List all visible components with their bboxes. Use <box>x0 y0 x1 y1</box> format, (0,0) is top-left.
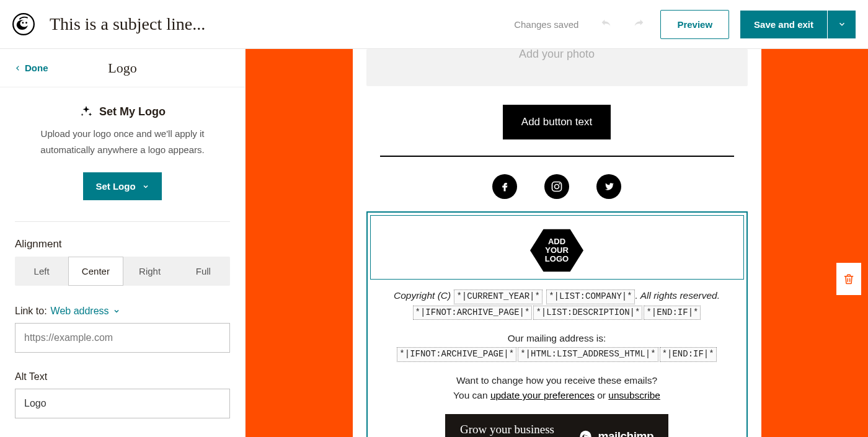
svg-point-4 <box>25 22 27 24</box>
main-layout: Done Logo Set My Logo Upload your logo o… <box>0 49 868 437</box>
svg-point-11 <box>585 435 585 436</box>
facebook-button[interactable] <box>492 174 517 199</box>
done-label: Done <box>25 63 48 73</box>
twitter-button[interactable] <box>596 174 621 199</box>
properties-sidebar: Done Logo Set My Logo Upload your logo o… <box>0 49 246 437</box>
align-left[interactable]: Left <box>15 257 68 286</box>
save-and-exit-button[interactable]: Save and exit <box>740 11 827 38</box>
footer-copyright[interactable]: Copyright (C) *|CURRENT_YEAR|* *|LIST:CO… <box>370 288 744 320</box>
mailing-label: Our mailing address is: <box>508 333 606 343</box>
divider <box>15 221 230 222</box>
svg-point-2 <box>20 20 29 27</box>
sidebar-header: Done Logo <box>0 49 245 87</box>
link-to-label: Link to: <box>15 306 47 317</box>
cta-button[interactable]: Add button text <box>503 105 611 139</box>
sparkle-icon <box>79 105 93 118</box>
or-text: or <box>595 390 608 400</box>
social-row <box>366 174 748 199</box>
merge-tag-company[interactable]: *|LIST:COMPANY|* <box>546 289 634 304</box>
redo-button[interactable] <box>628 14 649 35</box>
link-to-row: Link to: Web address <box>15 306 230 317</box>
horizontal-rule <box>380 156 734 157</box>
copyright-prefix: Copyright (C) <box>394 290 453 301</box>
footer-mailing[interactable]: Our mailing address is: *|IFNOT:ARCHIVE_… <box>370 331 744 362</box>
merge-tag-endif-2[interactable]: *|END:IF|* <box>660 347 717 362</box>
mailchimp-badge-icon <box>579 430 592 437</box>
save-button-group: Save and exit <box>740 11 856 38</box>
logo-placeholder[interactable]: ADDYOURLOGO <box>530 227 583 274</box>
chevron-down-icon <box>838 20 846 29</box>
link-type-dropdown[interactable]: Web address <box>51 306 120 317</box>
mailchimp-badge[interactable]: Grow your business with mailchimp <box>445 414 668 437</box>
undo-button[interactable] <box>596 14 617 35</box>
logo-block[interactable]: ADDYOURLOGO <box>370 215 744 280</box>
preview-button[interactable]: Preview <box>660 10 729 39</box>
undo-icon <box>600 17 613 31</box>
facebook-icon <box>499 181 510 192</box>
delete-block-button[interactable] <box>836 263 861 295</box>
svg-point-3 <box>22 22 24 24</box>
email-subject[interactable]: This is a subject line... <box>46 14 514 34</box>
footer-unsub[interactable]: Want to change how you receive these ema… <box>370 373 744 403</box>
grow-prefix: Grow your business with <box>460 423 573 437</box>
sidebar-body: Set My Logo Upload your logo once and we… <box>0 87 245 431</box>
photo-placeholder-text: Add your photo <box>519 49 595 60</box>
link-type-label: Web address <box>51 306 109 317</box>
save-dropdown-button[interactable] <box>827 11 856 38</box>
change-question: Want to change how you receive these ema… <box>456 375 657 386</box>
merge-tag-year[interactable]: *|CURRENT_YEAR|* <box>454 289 542 304</box>
header-actions: Changes saved Preview Save and exit <box>514 10 856 39</box>
merge-tag-endif[interactable]: *|END:IF|* <box>644 306 701 320</box>
chevron-left-icon <box>15 64 21 73</box>
merge-tag-ifnot[interactable]: *|IFNOT:ARCHIVE_PAGE|* <box>413 306 533 320</box>
done-button[interactable]: Done <box>15 63 48 73</box>
photo-placeholder-block[interactable]: Add your photo <box>366 49 748 86</box>
app-header: This is a subject line... Changes saved … <box>0 0 868 49</box>
set-logo-section: Set My Logo Upload your logo once and we… <box>15 105 230 200</box>
svg-point-6 <box>555 185 559 189</box>
grow-brand: mailchimp <box>598 430 653 437</box>
instagram-button[interactable] <box>544 174 569 199</box>
trash-icon <box>843 272 855 286</box>
svg-point-7 <box>559 183 560 184</box>
twitter-icon <box>603 181 614 192</box>
instagram-icon <box>551 180 563 193</box>
email-canvas[interactable]: Add your photo Add button text ADDYOURLO… <box>246 49 868 437</box>
merge-tag-description[interactable]: *|LIST:DESCRIPTION|* <box>533 306 642 320</box>
merge-tag-address[interactable]: *|HTML:LIST_ADDRESS_HTML|* <box>518 347 658 362</box>
set-logo-heading-text: Set My Logo <box>99 105 166 118</box>
merge-tag-ifnot-2[interactable]: *|IFNOT:ARCHIVE_PAGE|* <box>397 347 516 362</box>
email-body[interactable]: Add your photo Add button text ADDYOURLO… <box>353 49 761 437</box>
sidebar-title: Logo <box>108 60 136 76</box>
alt-text-input[interactable] <box>15 389 230 418</box>
alignment-label: Alignment <box>15 238 230 250</box>
set-logo-description: Upload your logo once and we'll apply it… <box>15 126 230 157</box>
brand-logo <box>12 13 46 35</box>
set-logo-button[interactable]: Set Logo <box>83 172 161 200</box>
chevron-down-icon <box>142 183 149 190</box>
set-logo-button-label: Set Logo <box>95 181 135 192</box>
alt-text-label: Alt Text <box>15 371 230 382</box>
save-status: Changes saved <box>514 19 578 30</box>
mailchimp-logo-icon <box>12 13 35 35</box>
you-can-text: You can <box>453 390 490 400</box>
align-right[interactable]: Right <box>123 257 177 286</box>
link-url-input[interactable] <box>15 323 230 353</box>
align-center[interactable]: Center <box>68 257 123 286</box>
copyright-suffix: . All rights reserved. <box>636 290 720 301</box>
unsubscribe-link[interactable]: unsubscribe <box>608 390 660 400</box>
svg-point-12 <box>586 435 587 436</box>
redo-icon <box>632 17 645 31</box>
chevron-down-icon <box>113 307 120 315</box>
set-logo-heading: Set My Logo <box>15 105 230 118</box>
update-preferences-link[interactable]: update your preferences <box>490 390 595 400</box>
align-full[interactable]: Full <box>177 257 230 286</box>
selected-footer-block[interactable]: ADDYOURLOGO Copyright (C) *|CURRENT_YEAR… <box>366 211 748 437</box>
alignment-segmented: Left Center Right Full <box>15 257 230 286</box>
